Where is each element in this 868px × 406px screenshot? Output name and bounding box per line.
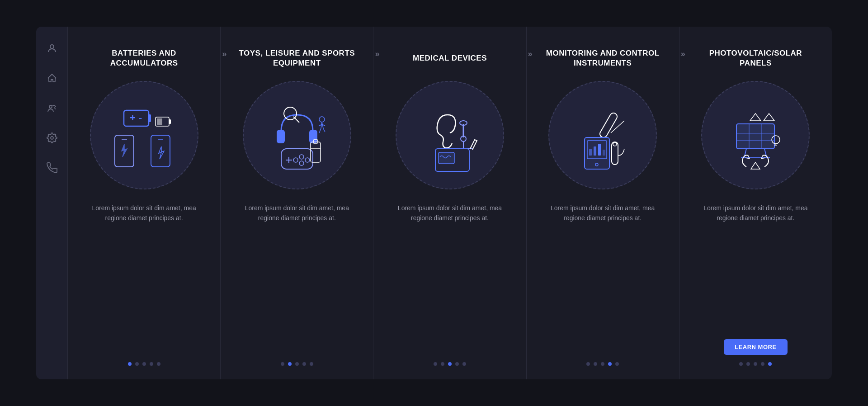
svg-rect-41 — [589, 149, 592, 156]
dot-4[interactable] — [455, 362, 459, 366]
medical-illustration — [396, 81, 504, 189]
user-icon[interactable] — [44, 40, 60, 57]
dot-3[interactable] — [448, 362, 452, 366]
dot-3[interactable] — [295, 362, 299, 366]
svg-text:+: + — [130, 112, 136, 123]
dot-2[interactable] — [135, 362, 139, 366]
dot-5[interactable] — [615, 362, 619, 366]
arrow-icon-1: » — [222, 49, 226, 59]
card-monitoring-title: MONITORING AND CONTROL INSTRUMENTS — [540, 45, 665, 72]
dot-3[interactable] — [142, 362, 146, 366]
card-solar-title: PHOTOVOLTAIC/SOLAR PANELS — [693, 45, 818, 72]
dot-5[interactable] — [462, 362, 466, 366]
svg-line-17 — [293, 117, 299, 123]
main-container: BATTERIES AND ACCUMULATORS » + - — [36, 27, 832, 379]
dot-4[interactable] — [761, 362, 764, 366]
svg-point-20 — [305, 158, 310, 162]
dot-3[interactable] — [754, 362, 757, 366]
arrow-icon-2: » — [375, 49, 379, 59]
svg-point-19 — [299, 155, 304, 159]
batteries-dots — [128, 362, 160, 366]
card-toys: TOYS, LEISURE AND SPORTS EQUIPMENT » — [221, 27, 373, 379]
settings-icon[interactable] — [44, 130, 60, 146]
dot-2[interactable] — [594, 362, 597, 366]
dot-4[interactable] — [302, 362, 306, 366]
card-solar-description: Lorem ipsum dolor sit dim amet, mea regi… — [693, 203, 818, 334]
monitoring-dots — [586, 362, 619, 366]
dot-5[interactable] — [310, 362, 313, 366]
dot-1[interactable] — [586, 362, 590, 366]
svg-rect-44 — [603, 150, 605, 156]
home-icon[interactable] — [44, 70, 60, 86]
svg-rect-43 — [598, 144, 601, 156]
main-content: BATTERIES AND ACCUMULATORS » + - — [68, 27, 832, 379]
solar-illustration — [701, 81, 810, 189]
dot-5[interactable] — [157, 362, 160, 366]
dot-4[interactable] — [150, 362, 153, 366]
solar-dots — [739, 362, 772, 366]
svg-rect-42 — [594, 146, 596, 156]
card-solar: PHOTOVOLTAIC/SOLAR PANELS — [679, 27, 832, 379]
card-batteries: BATTERIES AND ACCUMULATORS » + - — [68, 27, 221, 379]
svg-point-1 — [49, 105, 52, 108]
arrow-icon-3: » — [528, 49, 533, 59]
svg-point-28 — [319, 117, 325, 122]
dot-2[interactable] — [746, 362, 750, 366]
toys-dots — [281, 362, 313, 366]
monitoring-illustration — [548, 81, 657, 189]
svg-rect-12 — [169, 119, 171, 124]
svg-point-21 — [299, 161, 304, 165]
card-toys-title: TOYS, LEISURE AND SPORTS EQUIPMENT — [234, 45, 359, 72]
svg-rect-35 — [439, 152, 454, 164]
card-batteries-title: BATTERIES AND ACCUMULATORS — [81, 45, 207, 72]
dot-2[interactable] — [441, 362, 444, 366]
svg-point-46 — [613, 142, 617, 146]
dot-5[interactable] — [768, 362, 772, 366]
svg-rect-13 — [157, 118, 162, 125]
svg-rect-14 — [277, 130, 285, 143]
svg-point-2 — [51, 137, 53, 139]
card-medical-description: Lorem ipsum dolor sit dim amet, mea regi… — [387, 203, 512, 355]
dot-3[interactable] — [601, 362, 604, 366]
svg-line-37 — [611, 121, 624, 133]
svg-text:-: - — [139, 112, 142, 123]
svg-point-22 — [293, 158, 298, 162]
arrow-icon-4: » — [681, 49, 685, 59]
dot-1[interactable] — [739, 362, 743, 366]
card-toys-description: Lorem ipsum dolor sit dim amet, mea regi… — [234, 203, 359, 355]
svg-rect-45 — [612, 142, 618, 165]
learn-more-button[interactable]: LEARN MORE — [724, 339, 787, 355]
toys-illustration — [243, 81, 351, 189]
phone-icon[interactable] — [44, 160, 60, 176]
dot-1[interactable] — [434, 362, 437, 366]
dot-1[interactable] — [128, 362, 132, 366]
svg-rect-3 — [124, 110, 149, 126]
svg-rect-36 — [599, 112, 618, 139]
card-batteries-description: Lorem ipsum dolor sit dim amet, mea regi… — [81, 203, 207, 355]
svg-rect-18 — [281, 149, 313, 169]
dot-1[interactable] — [281, 362, 284, 366]
sidebar — [36, 27, 68, 379]
dot-4[interactable] — [608, 362, 612, 366]
svg-rect-38 — [585, 137, 609, 169]
medical-dots — [434, 362, 466, 366]
batteries-illustration: + - — [90, 81, 198, 189]
dot-2[interactable] — [288, 362, 292, 366]
card-medical: MEDICAL DEVICES » — [373, 27, 526, 379]
svg-rect-47 — [736, 124, 774, 149]
card-monitoring-description: Lorem ipsum dolor sit dim amet, mea regi… — [540, 203, 665, 355]
svg-rect-6 — [148, 114, 151, 122]
svg-point-0 — [50, 45, 54, 48]
contacts-icon[interactable] — [44, 100, 60, 116]
card-medical-title: MEDICAL DEVICES — [413, 45, 487, 72]
card-monitoring: MONITORING AND CONTROL INSTRUMENTS » — [527, 27, 679, 379]
